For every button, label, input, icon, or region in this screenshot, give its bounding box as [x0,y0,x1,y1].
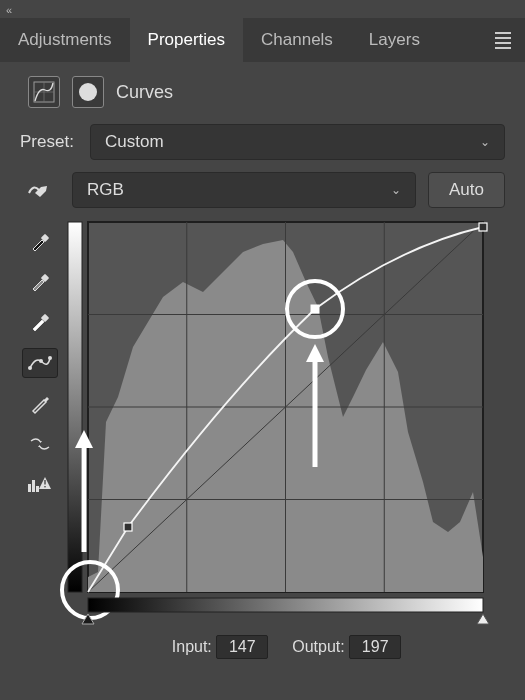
svg-rect-10 [32,480,35,492]
tab-channels[interactable]: Channels [243,18,351,62]
preset-row: Preset: Custom ⌄ [0,116,525,164]
svg-point-6 [28,366,32,370]
curves-adjustment-icon [28,76,60,108]
smooth-values-tool[interactable] [23,430,57,458]
preset-label: Preset: [20,132,78,152]
adjustment-header: Curves [0,62,525,116]
black-point-eyedropper[interactable] [23,228,57,256]
input-field[interactable]: 147 [216,635,268,659]
chevron-down-icon: ⌄ [391,183,401,197]
svg-rect-11 [36,486,39,492]
svg-rect-9 [28,484,31,492]
layer-mask-icon[interactable] [72,76,104,108]
curves-graph[interactable]: Input: 147 Output: 197 [68,222,505,659]
curve-point-highlight[interactable] [479,223,487,231]
channel-row: RGB ⌄ Auto [0,164,525,212]
curve-point-selected[interactable] [311,305,319,313]
channel-value: RGB [87,180,124,200]
channel-dropdown[interactable]: RGB ⌄ [72,172,416,208]
panel-tabs: Adjustments Properties Channels Layers [0,18,525,62]
input-label: Input: [172,638,212,655]
on-image-adjust-tool[interactable] [20,176,60,204]
draw-curve-tool[interactable] [23,390,57,418]
white-point-eyedropper[interactable] [23,308,57,336]
svg-rect-13 [44,486,45,487]
svg-point-8 [48,356,52,360]
svg-rect-14 [68,222,82,592]
readout-row: Input: 147 Output: 197 [68,627,505,659]
output-field[interactable]: 197 [349,635,401,659]
collapse-chevrons[interactable]: « [6,4,9,16]
preset-value: Custom [105,132,164,152]
curve-point-shadow[interactable] [124,523,132,531]
preset-dropdown[interactable]: Custom ⌄ [90,124,505,160]
properties-panel: « Adjustments Properties Channels Layers… [0,0,525,700]
curves-toolbar [20,222,60,659]
panel-menu-icon[interactable] [495,32,511,49]
white-point-slider[interactable] [477,614,489,624]
svg-point-7 [39,359,43,363]
output-label: Output: [292,638,344,655]
chevron-down-icon: ⌄ [480,135,490,149]
svg-rect-25 [88,598,483,612]
auto-button[interactable]: Auto [428,172,505,208]
tab-layers[interactable]: Layers [351,18,438,62]
smooth-curve-tool[interactable] [22,348,58,378]
adjustment-title: Curves [116,82,173,103]
tab-properties[interactable]: Properties [130,18,243,62]
svg-rect-12 [44,480,45,485]
gray-point-eyedropper[interactable] [23,268,57,296]
tab-adjustments[interactable]: Adjustments [0,18,130,62]
clip-warning-tool[interactable] [23,470,57,498]
